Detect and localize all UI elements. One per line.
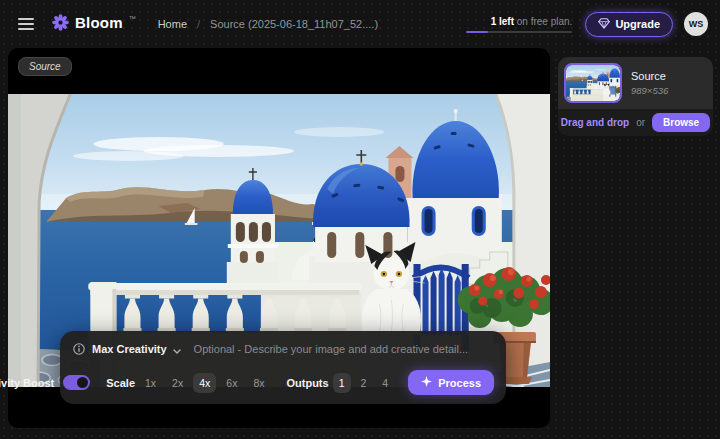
breadcrumb-current: Source (2025-06-18_11h07_52....) (210, 18, 378, 30)
user-avatar[interactable]: WS (684, 12, 708, 36)
source-item[interactable]: Source 989×536 (558, 57, 713, 109)
breadcrumb: Home / Source (2025-06-18_11h07_52....) (158, 18, 378, 30)
creativity-boost-label: Creativity Boost (0, 377, 54, 389)
scale-label: Scale (106, 377, 135, 389)
upgrade-label: Upgrade (615, 18, 660, 30)
outputs-option-1[interactable]: 1 (333, 373, 351, 393)
chevron-down-icon[interactable] (173, 340, 181, 358)
scale-option-2x[interactable]: 2x (166, 373, 189, 393)
creativity-mode-dropdown[interactable]: Max Creativity (92, 343, 167, 355)
breadcrumb-home[interactable]: Home (158, 18, 187, 30)
outputs-label: Outputs (286, 377, 328, 389)
scale-option-1x[interactable]: 1x (139, 373, 162, 393)
assets-sidebar: Source 989×536 Drag and drop or Browse (558, 57, 713, 136)
source-badge: Source (18, 57, 72, 76)
upload-dropzone[interactable]: Drag and drop or Browse (558, 109, 713, 136)
brand-name: Bloom (75, 14, 123, 31)
breadcrumb-separator: / (197, 18, 200, 30)
process-panel: Max Creativity Creativity Boost Scale 1x… (60, 331, 506, 404)
or-label: or (636, 117, 645, 128)
browse-button[interactable]: Browse (652, 113, 710, 132)
info-icon[interactable] (73, 343, 85, 355)
prompt-input[interactable] (194, 343, 493, 355)
outputs-option-4[interactable]: 4 (376, 373, 394, 393)
plan-usage: 1 left on free plan. (466, 16, 572, 33)
process-label: Process (438, 377, 481, 389)
plan-progress-fill (466, 31, 487, 33)
brand-trademark: ™ (129, 15, 136, 22)
upgrade-button[interactable]: Upgrade (585, 12, 673, 37)
source-dimensions: 989×536 (631, 85, 668, 96)
plan-suffix: on free plan. (517, 16, 573, 27)
top-bar: Bloom ™ Home / Source (2025-06-18_11h07_… (0, 0, 720, 48)
sparkle-icon (421, 376, 432, 389)
gem-icon (598, 18, 610, 31)
menu-icon[interactable] (18, 18, 34, 30)
drag-and-drop-label[interactable]: Drag and drop (561, 117, 629, 128)
outputs-option-2[interactable]: 2 (355, 373, 373, 393)
plan-progress-bar (466, 31, 572, 33)
source-thumbnail[interactable] (564, 63, 622, 103)
scale-option-6x[interactable]: 6x (220, 373, 243, 393)
scale-option-8x[interactable]: 8x (247, 373, 270, 393)
source-title: Source (631, 70, 668, 82)
plan-remaining: 1 left (491, 16, 514, 27)
bloom-flower-icon (52, 14, 69, 35)
creativity-boost-toggle[interactable] (63, 375, 90, 390)
scale-option-4x[interactable]: 4x (193, 373, 216, 393)
process-button[interactable]: Process (408, 370, 494, 395)
brand-logo[interactable]: Bloom ™ (52, 14, 136, 35)
